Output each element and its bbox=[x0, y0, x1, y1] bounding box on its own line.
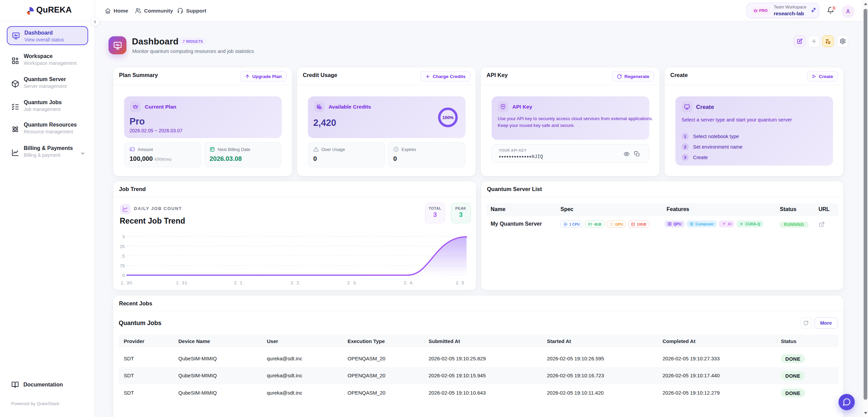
svg-text:3: 3 bbox=[122, 234, 125, 239]
svg-text:2. 3.: 2. 3. bbox=[347, 280, 357, 285]
svg-text:2. 4.: 2. 4. bbox=[404, 280, 414, 285]
svg-text:25: 25 bbox=[120, 244, 125, 249]
svg-text:,5: ,5 bbox=[121, 253, 125, 259]
svg-text:1. 30.: 1. 30. bbox=[121, 280, 134, 285]
svg-text:2. 5: 2. 5 bbox=[456, 280, 465, 285]
svg-text:75: 75 bbox=[120, 263, 125, 268]
svg-text:2. 2.: 2. 2. bbox=[291, 280, 301, 285]
svg-text:1. 31.: 1. 31. bbox=[176, 280, 189, 285]
svg-text:2. 1.: 2. 1. bbox=[234, 280, 244, 285]
svg-text:0: 0 bbox=[122, 273, 125, 278]
